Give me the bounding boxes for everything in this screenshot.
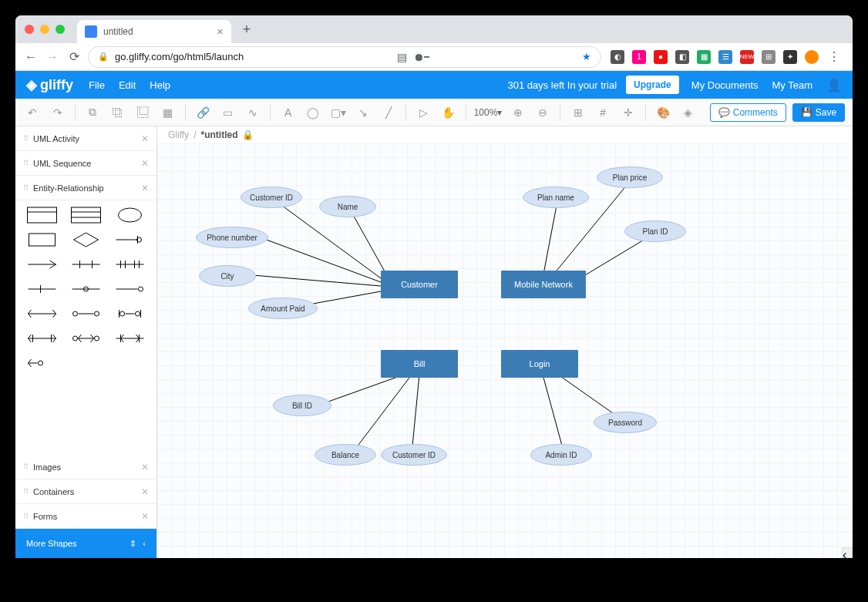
close-icon[interactable]: ✕	[141, 183, 149, 193]
nav-my-documents[interactable]: My Documents	[691, 79, 759, 91]
menu-edit[interactable]: Edit	[119, 79, 136, 91]
text-tool-icon[interactable]: A	[278, 103, 298, 123]
new-tab-button[interactable]: +	[236, 18, 257, 40]
shape-conn-9[interactable]	[111, 305, 149, 322]
link-icon[interactable]: 🔗	[193, 103, 213, 123]
attr-plan-price[interactable]: Plan price	[597, 166, 663, 188]
avatar-icon[interactable]	[805, 50, 819, 64]
menu-help[interactable]: Help	[150, 79, 170, 91]
layers-icon[interactable]: ◈	[678, 103, 698, 123]
shape-conn-10[interactable]	[23, 330, 61, 347]
close-window-icon[interactable]	[25, 25, 34, 34]
user-icon[interactable]: 👤	[826, 77, 842, 92]
close-icon[interactable]: ✕	[141, 158, 149, 169]
tab-close-icon[interactable]: ✕	[217, 27, 224, 37]
snap-icon[interactable]: ✛	[618, 103, 638, 123]
sidebar-category-uml-sequence[interactable]: ⠿UML Sequence✕	[15, 151, 156, 176]
undo-icon[interactable]: ↶	[23, 103, 42, 123]
zoom-out-icon[interactable]: ⊖	[533, 103, 553, 123]
ungroup-icon[interactable]: ⿺	[133, 103, 153, 123]
extension-icon[interactable]: ⊞	[762, 50, 775, 64]
close-icon[interactable]: ✕	[141, 462, 149, 473]
zoom-in-icon[interactable]: ⊕	[508, 103, 527, 123]
nav-my-team[interactable]: My Team	[772, 79, 813, 91]
circle-tool-icon[interactable]: ◯	[304, 103, 323, 123]
moon-icon[interactable]: ◐	[611, 50, 624, 64]
note-icon[interactable]: ▭	[218, 103, 237, 123]
attr-balance[interactable]: Balance	[315, 444, 376, 466]
attr-phone[interactable]: Phone number	[196, 227, 268, 248]
shape-conn-8[interactable]	[67, 305, 105, 322]
extension-icon[interactable]: 1	[632, 50, 646, 64]
sidebar-category-forms[interactable]: ⠿Forms✕	[15, 504, 156, 529]
pan-tool-icon[interactable]: ✋	[439, 103, 458, 123]
grid-icon[interactable]: ⊞	[568, 103, 587, 123]
shape-conn-2[interactable]	[67, 256, 105, 273]
copystyle-icon[interactable]: ⧉	[83, 103, 103, 123]
attr-password[interactable]: Password	[594, 412, 657, 433]
shape-ellipse[interactable]	[111, 207, 149, 224]
shape-conn-7[interactable]	[23, 305, 61, 322]
grid-alt-icon[interactable]: #	[594, 103, 613, 123]
maximize-window-icon[interactable]	[56, 25, 65, 34]
address-bar[interactable]: 🔒 go.gliffy.com/go/html5/launch ▤ ⏺━ ★	[88, 46, 601, 68]
key-icon[interactable]: ⏺━	[413, 51, 429, 63]
entity-login[interactable]: Login	[501, 350, 578, 378]
shape-rect[interactable]	[23, 231, 61, 248]
extension-icon[interactable]: ●	[654, 50, 668, 64]
shape-conn-11[interactable]	[67, 330, 105, 347]
bookmark-star-icon[interactable]: ★	[582, 51, 591, 62]
extension-icon[interactable]: ◧	[675, 50, 689, 64]
more-shapes-button[interactable]: More Shapes ⇕‹	[15, 529, 156, 558]
browser-tab[interactable]: untitled ✕	[77, 20, 231, 43]
close-icon[interactable]: ✕	[141, 511, 149, 522]
zoom-level[interactable]: 100%▾	[474, 107, 503, 118]
puzzle-icon[interactable]: ✦	[783, 50, 797, 64]
entity-customer[interactable]: Customer	[381, 271, 458, 298]
attr-plan-name[interactable]: Plan name	[523, 187, 589, 208]
breadcrumb-root[interactable]: Gliffy	[168, 129, 189, 140]
sidebar-category-entity-relationship[interactable]: ⠿Entity-Relationship✕	[15, 176, 156, 200]
reader-icon[interactable]: ▤	[397, 51, 407, 63]
extension-icon[interactable]: ▦	[697, 50, 711, 64]
shape-conn-5[interactable]	[67, 281, 105, 298]
shape-conn-4[interactable]	[23, 281, 61, 298]
shape-conn-1[interactable]	[23, 256, 61, 273]
shape-conn-12[interactable]	[111, 330, 149, 347]
shape-conn-6[interactable]	[111, 281, 149, 298]
arrange-icon[interactable]: ▦	[158, 103, 177, 123]
connector-tool-icon[interactable]: ↘	[354, 103, 373, 123]
shape-diamond[interactable]	[67, 231, 105, 248]
line-tool-icon[interactable]: ╱	[378, 103, 398, 123]
shape-conn-13[interactable]	[23, 355, 61, 372]
overflow-menu-icon[interactable]: ⋮	[826, 49, 842, 65]
entity-mobile-network[interactable]: Mobile Network	[501, 271, 586, 298]
extension-icon[interactable]: ☰	[718, 50, 732, 64]
reload-button[interactable]: ⟳	[66, 49, 82, 65]
lasso-icon[interactable]: ∿	[244, 103, 263, 123]
minimize-window-icon[interactable]	[40, 25, 49, 34]
scroll-corner[interactable]: ‹	[842, 547, 853, 558]
shape-conn-3[interactable]	[111, 256, 149, 273]
group-icon[interactable]: ⿻	[108, 103, 127, 123]
attr-city[interactable]: City	[199, 265, 256, 287]
attr-bill-id[interactable]: Bill ID	[273, 395, 331, 416]
pointer-tool-icon[interactable]: ▷	[414, 103, 433, 123]
save-button[interactable]: 💾 Save	[792, 103, 845, 122]
diagram-canvas[interactable]: Customer Customer ID Name Phone number C…	[157, 143, 853, 558]
rect-tool-icon[interactable]: ▢▾	[328, 103, 348, 123]
redo-icon[interactable]: ↷	[49, 103, 68, 123]
attr-customer-id[interactable]: Customer ID	[241, 187, 302, 208]
comments-button[interactable]: 💬 Comments	[710, 103, 786, 122]
theme-icon[interactable]: 🎨	[654, 103, 673, 123]
shape-title-rect[interactable]	[23, 207, 61, 224]
close-icon[interactable]: ✕	[141, 133, 149, 144]
back-button[interactable]: ←	[23, 49, 39, 65]
extension-icon[interactable]: NEW	[740, 50, 754, 64]
forward-button[interactable]: →	[45, 49, 60, 65]
entity-bill[interactable]: Bill	[381, 350, 458, 378]
attr-plan-id[interactable]: Plan ID	[624, 220, 686, 242]
sidebar-category-images[interactable]: ⠿Images✕	[15, 455, 156, 479]
upgrade-button[interactable]: Upgrade	[626, 76, 679, 94]
shape-line-endpt[interactable]	[111, 231, 149, 248]
